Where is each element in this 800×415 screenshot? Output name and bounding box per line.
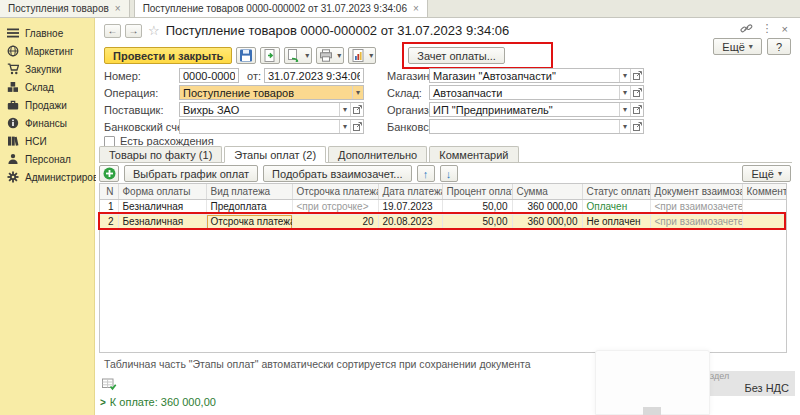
sidebar-item-sklad[interactable]: Склад: [0, 78, 94, 96]
from-label: от:: [247, 70, 261, 82]
post-and-close-button[interactable]: Провести и закрыть: [104, 47, 232, 64]
chevron-down-icon[interactable]: ▾: [619, 86, 630, 99]
forward-button[interactable]: →: [125, 24, 142, 38]
store-field[interactable]: Магазин "Автозапчасти" ▾: [429, 68, 644, 83]
chevron-down-icon[interactable]: ▾: [619, 69, 630, 82]
checkbox-icon: [104, 136, 115, 147]
sidebar-item-prodazhi[interactable]: Продажи: [0, 96, 94, 114]
boxes-icon: [7, 81, 19, 93]
open-icon[interactable]: [350, 120, 363, 133]
bank-account-field[interactable]: ▾: [179, 119, 364, 134]
col-payment-form[interactable]: Форма оплаты: [118, 184, 206, 199]
move-down-button[interactable]: ↓: [440, 165, 458, 182]
open-icon[interactable]: [630, 69, 643, 82]
tab-goods-by-fact[interactable]: Товары по факту (1): [99, 146, 222, 162]
chevron-down-icon: ▾: [778, 169, 782, 178]
add-row-button[interactable]: [99, 165, 119, 182]
sidebar-item-glavnoe[interactable]: Главное: [0, 24, 94, 42]
move-up-button[interactable]: ↑: [417, 165, 435, 182]
sidebar-item-finansy[interactable]: Финансы: [0, 114, 94, 132]
number-label: Номер:: [104, 70, 141, 82]
reports-button[interactable]: ▾: [348, 47, 376, 64]
bank-account2-field[interactable]: ▾: [429, 119, 644, 134]
report-icon: [351, 49, 365, 62]
chevron-down-icon[interactable]: ▾: [339, 103, 350, 116]
offset-payment-button[interactable]: Зачет оплаты...: [408, 47, 505, 64]
help-button[interactable]: ?: [767, 38, 791, 55]
window-tab-label: Поступление товаров 0000-000002 от 31.07…: [143, 3, 407, 14]
chevron-down-icon[interactable]: ▾: [339, 120, 350, 133]
kebab-menu-icon[interactable]: ⋮: [762, 22, 773, 35]
warehouse-label: Склад:: [387, 87, 422, 99]
table-row[interactable]: 1 Безналичная Предоплата <при отсрочке> …: [100, 199, 787, 214]
number-field[interactable]: 0000-000002: [179, 68, 239, 83]
total-payable-link[interactable]: > К оплате: 360 000,00: [100, 396, 216, 408]
chevron-down-icon[interactable]: ▾: [352, 86, 363, 99]
menu-icon: [7, 27, 19, 39]
print-button[interactable]: ▾: [316, 47, 344, 64]
warehouse-field[interactable]: Автозапчасти ▾: [429, 85, 644, 100]
open-icon[interactable]: [630, 120, 643, 133]
chevron-down-icon[interactable]: ▾: [619, 103, 630, 116]
operation-field[interactable]: Поступление товаров ▾: [179, 85, 364, 100]
select-payment-schedule-button[interactable]: Выбрать график оплат: [124, 165, 258, 182]
table-more-button[interactable]: Ещё▾: [742, 165, 791, 182]
favorite-star-icon[interactable]: ☆: [148, 23, 160, 38]
chevron-down-icon: ▾: [749, 42, 753, 51]
post-button[interactable]: [260, 47, 280, 64]
store-label: Магазин:: [387, 70, 433, 82]
col-payment-percent[interactable]: Процент оплаты: [442, 184, 512, 199]
organization-field[interactable]: ИП "Предприниматель" ▾: [429, 102, 644, 117]
window-tab-bar: Поступления товаров × Поступление товаро…: [0, 0, 800, 18]
books-icon: [7, 135, 19, 147]
sidebar-item-marketing[interactable]: Маркетинг: [0, 42, 94, 60]
col-payment-status[interactable]: Статус оплаты: [582, 184, 650, 199]
sidebar-item-personal[interactable]: Персонал: [0, 150, 94, 168]
window-tab-document[interactable]: Поступление товаров 0000-000002 от 31.07…: [134, 0, 428, 17]
supplier-field[interactable]: Вихрь ЗАО ▾: [179, 102, 364, 117]
col-payment-delay[interactable]: Отсрочка платежа: [292, 184, 378, 199]
date-field[interactable]: 31.07.2023 9:34:06: [264, 68, 364, 83]
active-cell[interactable]: Отсрочка платежа: [206, 214, 292, 229]
link-icon[interactable]: [740, 23, 753, 34]
table-row-selected[interactable]: 2 Безналичная Отсрочка платежа 20 20.08.…: [100, 214, 787, 229]
back-button[interactable]: ←: [104, 24, 121, 38]
open-icon[interactable]: [350, 103, 363, 116]
col-payment-date[interactable]: Дата платежа: [378, 184, 442, 199]
col-payment-kind[interactable]: Вид платежа: [206, 184, 292, 199]
open-icon[interactable]: [630, 103, 643, 116]
tab-comment[interactable]: Комментарий: [429, 146, 518, 162]
sidebar-item-administrirovanie[interactable]: Администрирование: [0, 168, 94, 186]
sidebar-item-nsi[interactable]: НСИ: [0, 132, 94, 150]
tab-payment-stages[interactable]: Этапы оплат (2): [224, 146, 326, 163]
sidebar: Главное Маркетинг Закупки Склад Продажи …: [0, 18, 95, 415]
popup-overlay: [595, 350, 710, 415]
col-offset-document[interactable]: Документ взаимозачета: [650, 184, 742, 199]
payment-stages-table: N Форма оплаты Вид платежа Отсрочка плат…: [99, 183, 787, 353]
popup-notch: [643, 407, 661, 415]
sidebar-item-zakupki[interactable]: Закупки: [0, 60, 94, 78]
status-vat-label: Без НДС: [744, 382, 789, 394]
create-based-on-button[interactable]: ▾: [284, 47, 312, 64]
create-based-on-icon: [287, 49, 301, 62]
globe-icon: [7, 45, 19, 57]
close-icon[interactable]: ×: [782, 23, 788, 35]
close-icon[interactable]: ×: [115, 3, 121, 14]
close-icon[interactable]: ×: [413, 3, 419, 14]
plus-icon: [103, 167, 116, 180]
save-button[interactable]: [236, 47, 256, 64]
col-comment[interactable]: Комментарий: [742, 184, 787, 199]
open-icon[interactable]: [630, 86, 643, 99]
window-tab-list[interactable]: Поступления товаров ×: [0, 0, 130, 17]
operation-label: Операция:: [104, 87, 158, 99]
col-n[interactable]: N: [100, 184, 118, 199]
tab-additional[interactable]: Дополнительно: [328, 146, 427, 162]
document-tabs: Товары по факту (1) Этапы оплат (2) Допо…: [99, 146, 792, 163]
col-amount[interactable]: Сумма: [512, 184, 582, 199]
more-button[interactable]: Ещё▾: [713, 38, 762, 55]
arrow-down-icon: ↓: [446, 168, 452, 180]
chevron-down-icon: ▾: [337, 51, 341, 60]
pick-offset-button[interactable]: Подобрать взаимозачет...: [263, 165, 411, 182]
register-records-icon[interactable]: [102, 378, 117, 391]
chevron-down-icon[interactable]: ▾: [619, 120, 630, 133]
